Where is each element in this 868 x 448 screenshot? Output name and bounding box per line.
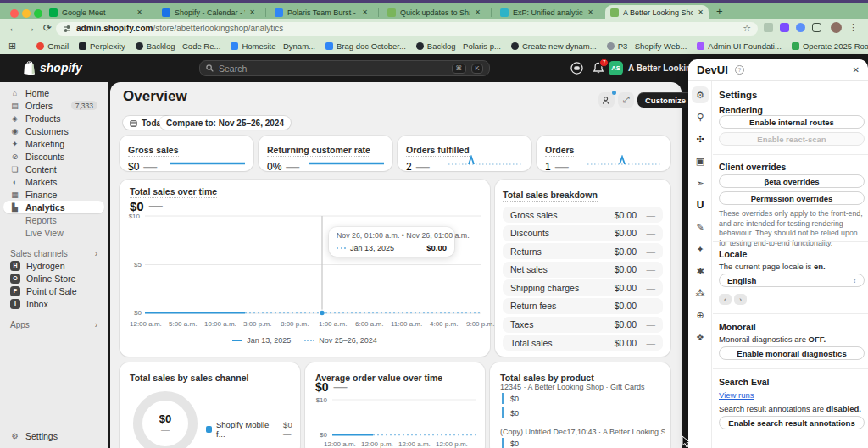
tab-close-icon[interactable]: ✕ (698, 8, 704, 16)
bookmark-item[interactable]: Admin UI Foundati... (697, 41, 782, 51)
tab-close-icon[interactable]: ✕ (249, 8, 255, 16)
sidebar-item-finance[interactable]: ▦Finance (3, 188, 104, 201)
sales-by-product-card[interactable]: Total sales by product 12345 · A Better … (490, 362, 670, 448)
sidebar-item-online-store[interactable]: OOnline Store (3, 272, 104, 285)
devui-tab-accessibility[interactable]: ✣ (692, 130, 709, 147)
metric-card-orders-fulfilled[interactable]: Orders fulfilled 2— (398, 136, 531, 171)
insights-icon-button[interactable] (598, 92, 615, 108)
admin-search-input[interactable]: Search ⌘ K (199, 60, 490, 76)
bookmark-item[interactable]: P3 - Shopify Web... (607, 41, 687, 51)
breakdown-row[interactable]: Total sales$0.00— (503, 335, 663, 351)
devui-tab-team[interactable]: ⁂ (692, 285, 709, 301)
devui-tab-toolbox[interactable]: ▣ (692, 152, 709, 169)
tab-close-icon[interactable]: ✕ (136, 8, 142, 16)
locale-next-button[interactable]: › (734, 294, 747, 305)
browser-tab-active[interactable]: A Better Looking Shop - Ove ✕ (605, 5, 709, 19)
customize-button[interactable]: Customize (637, 92, 693, 108)
sidebar-item-orders[interactable]: ▤Orders7,333 (3, 99, 104, 112)
extension-icon[interactable] (796, 23, 805, 32)
sidebar-item-content[interactable]: ❏Content (3, 163, 104, 175)
expand-icon-button[interactable]: ⤢ (618, 92, 634, 108)
breakdown-row[interactable]: Shipping charges$0.00— (503, 279, 663, 296)
sidebar-item-hydrogen[interactable]: HHydrogen (3, 259, 104, 272)
browser-tab[interactable]: Shopify - Calendar - Week o ✕ (157, 5, 260, 19)
sidebar-item-markets[interactable]: ◐Markets (3, 175, 104, 188)
forward-icon[interactable]: → (24, 22, 37, 34)
bookmark-star-icon[interactable]: ☆ (743, 23, 751, 34)
sidebar-item-reports[interactable]: Reports (3, 213, 104, 226)
enable-monorail-button[interactable]: Enable monorail diagnostics (719, 346, 865, 360)
enable-annotations-button[interactable]: Enable search result annotations (719, 416, 865, 429)
bookmark-item[interactable]: Perplexity (79, 41, 125, 51)
bookmark-item[interactable]: Create new dynam... (511, 41, 597, 51)
breakdown-row[interactable]: Discounts$0.00— (503, 225, 663, 241)
shopify-logo[interactable]: shopify (24, 61, 82, 75)
new-tab-button[interactable]: + (716, 5, 723, 18)
tab-groups-icon[interactable] (812, 23, 821, 32)
browser-tab[interactable]: Google Meet ✕ (44, 5, 147, 19)
beta-overrides-button[interactable]: βeta overrides (719, 174, 865, 188)
browser-menu-icon[interactable]: ⋮ (849, 22, 858, 33)
browser-tab[interactable]: Quick updates to Shadows a ✕ (382, 5, 486, 19)
bookmark-item[interactable]: Backlog - Code Re... (136, 41, 221, 51)
metric-card-returning-rate[interactable]: Returning customer rate 0%— (259, 136, 392, 171)
site-info-icon[interactable] (63, 25, 71, 33)
bookmark-item[interactable]: Brag doc October... (326, 41, 406, 51)
breakdown-row[interactable]: Return fees$0.00— (503, 298, 663, 314)
window-minimize-button[interactable] (22, 9, 31, 18)
apps-header[interactable]: Apps› (3, 318, 104, 330)
sidebar-item-marketing[interactable]: ✦Marketing (3, 137, 104, 150)
browser-tab[interactable]: ExP: Unified analytics experi ✕ (495, 5, 598, 19)
sidebar-item-customers[interactable]: ◉Customers (3, 124, 104, 137)
sidebar-item-live-view[interactable]: Live View (3, 226, 104, 239)
sidebar-item-analytics[interactable]: ▙Analytics (3, 201, 104, 213)
breakdown-row[interactable]: Gross sales$0.00— (503, 207, 663, 223)
browser-tab[interactable]: Polaris Team Burst - Google ✕ (270, 5, 373, 19)
sidebar-item-point-of-sale[interactable]: PPoint of Sale (3, 285, 104, 297)
metric-card-gross-sales[interactable]: Gross sales $0— (120, 136, 253, 171)
bookmark-item[interactable]: Operate 2025 Roa... (792, 41, 868, 51)
extension-puzzle-icon[interactable] (764, 23, 773, 32)
average-order-value-card[interactable]: Average order value over time $0 — $10 $… (305, 362, 485, 448)
devui-tab-settings[interactable]: ⚙ (692, 86, 709, 103)
metric-card-orders[interactable]: Orders 1— (537, 136, 670, 171)
bookmark-item[interactable]: Homesite - Dynam... (231, 41, 315, 51)
sidebar-item-inbox[interactable]: IInbox (3, 297, 104, 310)
notifications-bell-button[interactable]: 7 (593, 62, 604, 78)
window-close-button[interactable] (10, 9, 19, 18)
address-bar[interactable]: admin.shopify.com/store/abetterlookingsh… (56, 22, 758, 36)
sales-channels-header[interactable]: Sales channels› (3, 247, 104, 259)
close-icon[interactable]: ✕ (853, 65, 860, 75)
help-icon[interactable]: ? (735, 65, 744, 75)
breakdown-row[interactable]: Net sales$0.00— (503, 262, 663, 278)
breakdown-row[interactable]: Taxes$0.00— (503, 317, 663, 333)
sidebar-item-products[interactable]: ◈Products (3, 112, 104, 124)
permission-overrides-button[interactable]: Permission overrides (719, 191, 865, 205)
breakdown-row[interactable]: Returns$0.00— (503, 243, 663, 259)
devui-tab-tags[interactable]: ❖ (692, 329, 709, 346)
profile-avatar[interactable] (831, 22, 842, 33)
devui-tab-uplift[interactable]: U (692, 196, 709, 213)
devui-tab-sparkles[interactable]: ✦ (692, 241, 709, 257)
tab-close-icon[interactable]: ✕ (475, 8, 481, 16)
view-runs-link[interactable]: View runs (719, 390, 866, 400)
sidebar-item-settings[interactable]: ⚙Settings (3, 429, 104, 442)
bookmark-apps-grid-icon[interactable]: ⊞ (8, 41, 16, 52)
back-icon[interactable]: ← (7, 22, 20, 34)
reload-icon[interactable]: ⟳ (41, 22, 54, 34)
window-zoom-button[interactable] (34, 9, 42, 18)
devui-tab-launch[interactable]: ➣ (692, 174, 709, 191)
bookmark-item[interactable]: Gmail (36, 41, 69, 51)
devui-tab-bug[interactable]: ✱ (692, 263, 709, 279)
bookmark-item[interactable]: Backlog - Polaris p... (416, 41, 501, 51)
tab-close-icon[interactable]: ✕ (587, 8, 593, 16)
devui-tab-globe[interactable]: ⊕ (692, 307, 709, 324)
locale-select[interactable]: English ↕ (719, 274, 865, 287)
sidekick-icon-button[interactable] (570, 62, 583, 78)
locale-prev-button[interactable]: ‹ (719, 294, 732, 305)
sidebar-item-discounts[interactable]: ⊘Discounts (3, 150, 104, 163)
extension-icon[interactable] (780, 23, 789, 32)
devui-tab-inspect[interactable]: ⚲ (692, 108, 709, 125)
total-sales-over-time-card[interactable]: Total sales over time $0 — $10 $5 $0 12:… (120, 180, 490, 357)
enable-internal-routes-button[interactable]: Enable internal routes (719, 115, 865, 129)
